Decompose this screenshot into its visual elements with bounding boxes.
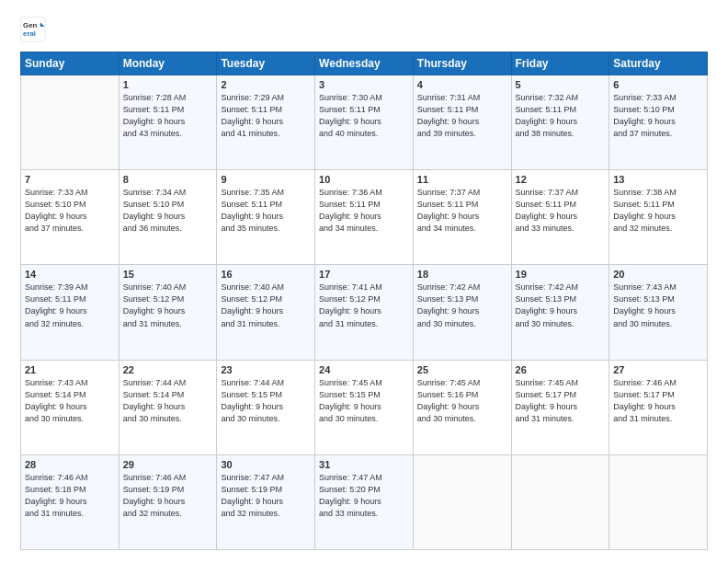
day-info: Sunrise: 7:45 AMSunset: 5:15 PMDaylight:… bbox=[319, 377, 409, 425]
calendar-cell: 17Sunrise: 7:41 AMSunset: 5:12 PMDayligh… bbox=[315, 265, 414, 360]
day-info: Sunrise: 7:33 AMSunset: 5:10 PMDaylight:… bbox=[25, 187, 115, 235]
calendar-week-4: 21Sunrise: 7:43 AMSunset: 5:14 PMDayligh… bbox=[21, 360, 708, 454]
calendar-cell: 15Sunrise: 7:40 AMSunset: 5:12 PMDayligh… bbox=[119, 265, 217, 360]
calendar-cell: 12Sunrise: 7:37 AMSunset: 5:11 PMDayligh… bbox=[511, 170, 609, 265]
day-number: 15 bbox=[123, 269, 213, 280]
calendar-cell: 20Sunrise: 7:43 AMSunset: 5:13 PMDayligh… bbox=[609, 265, 708, 360]
day-info: Sunrise: 7:33 AMSunset: 5:10 PMDaylight:… bbox=[613, 92, 703, 140]
calendar-cell: 6Sunrise: 7:33 AMSunset: 5:10 PMDaylight… bbox=[609, 75, 708, 170]
day-number: 17 bbox=[319, 269, 409, 280]
day-number: 27 bbox=[613, 364, 703, 375]
calendar-cell: 30Sunrise: 7:47 AMSunset: 5:19 PMDayligh… bbox=[217, 454, 315, 549]
day-info: Sunrise: 7:28 AMSunset: 5:11 PMDaylight:… bbox=[123, 92, 213, 140]
calendar-header-thursday: Thursday bbox=[413, 52, 511, 75]
day-info: Sunrise: 7:46 AMSunset: 5:19 PMDaylight:… bbox=[123, 472, 213, 520]
calendar-cell: 11Sunrise: 7:37 AMSunset: 5:11 PMDayligh… bbox=[413, 170, 511, 265]
day-info: Sunrise: 7:42 AMSunset: 5:13 PMDaylight:… bbox=[417, 282, 507, 329]
day-number: 21 bbox=[25, 364, 115, 375]
calendar-cell: 3Sunrise: 7:30 AMSunset: 5:11 PMDaylight… bbox=[315, 75, 414, 170]
day-info: Sunrise: 7:40 AMSunset: 5:12 PMDaylight:… bbox=[221, 282, 311, 329]
logo: Gen eral bbox=[20, 17, 50, 42]
calendar-cell: 8Sunrise: 7:34 AMSunset: 5:10 PMDaylight… bbox=[119, 170, 217, 265]
page: Gen eral SundayMondayTuesdayWednesdayThu… bbox=[0, 0, 728, 563]
day-info: Sunrise: 7:44 AMSunset: 5:14 PMDaylight:… bbox=[123, 377, 213, 425]
day-number: 19 bbox=[516, 269, 606, 280]
day-info: Sunrise: 7:43 AMSunset: 5:13 PMDaylight:… bbox=[613, 282, 703, 329]
day-info: Sunrise: 7:34 AMSunset: 5:10 PMDaylight:… bbox=[123, 187, 213, 235]
calendar-cell: 29Sunrise: 7:46 AMSunset: 5:19 PMDayligh… bbox=[119, 454, 217, 549]
calendar-cell: 31Sunrise: 7:47 AMSunset: 5:20 PMDayligh… bbox=[315, 454, 414, 549]
calendar-cell: 14Sunrise: 7:39 AMSunset: 5:11 PMDayligh… bbox=[21, 265, 119, 360]
day-info: Sunrise: 7:35 AMSunset: 5:11 PMDaylight:… bbox=[221, 187, 311, 235]
day-number: 30 bbox=[221, 459, 311, 470]
day-info: Sunrise: 7:45 AMSunset: 5:16 PMDaylight:… bbox=[417, 377, 507, 425]
day-number: 22 bbox=[123, 364, 213, 375]
day-info: Sunrise: 7:46 AMSunset: 5:17 PMDaylight:… bbox=[613, 377, 703, 425]
calendar-cell bbox=[609, 454, 708, 549]
calendar-cell: 25Sunrise: 7:45 AMSunset: 5:16 PMDayligh… bbox=[413, 360, 511, 454]
calendar-cell: 24Sunrise: 7:45 AMSunset: 5:15 PMDayligh… bbox=[315, 360, 414, 454]
day-number: 1 bbox=[123, 79, 213, 90]
day-number: 5 bbox=[516, 79, 606, 90]
day-number: 2 bbox=[221, 79, 311, 90]
day-number: 20 bbox=[613, 269, 703, 280]
svg-text:Gen: Gen bbox=[23, 21, 37, 29]
calendar-week-2: 7Sunrise: 7:33 AMSunset: 5:10 PMDaylight… bbox=[21, 170, 708, 265]
calendar-week-3: 14Sunrise: 7:39 AMSunset: 5:11 PMDayligh… bbox=[21, 265, 708, 360]
day-info: Sunrise: 7:37 AMSunset: 5:11 PMDaylight:… bbox=[516, 187, 606, 235]
calendar-header-saturday: Saturday bbox=[609, 52, 708, 75]
day-info: Sunrise: 7:47 AMSunset: 5:20 PMDaylight:… bbox=[319, 472, 409, 520]
day-number: 26 bbox=[516, 364, 606, 375]
calendar-cell: 16Sunrise: 7:40 AMSunset: 5:12 PMDayligh… bbox=[217, 265, 315, 360]
day-number: 4 bbox=[417, 79, 507, 90]
day-info: Sunrise: 7:36 AMSunset: 5:11 PMDaylight:… bbox=[319, 187, 409, 235]
calendar-cell: 21Sunrise: 7:43 AMSunset: 5:14 PMDayligh… bbox=[21, 360, 119, 454]
day-number: 13 bbox=[613, 174, 703, 185]
day-info: Sunrise: 7:31 AMSunset: 5:11 PMDaylight:… bbox=[417, 92, 507, 140]
svg-text:eral: eral bbox=[23, 29, 36, 38]
day-info: Sunrise: 7:29 AMSunset: 5:11 PMDaylight:… bbox=[221, 92, 311, 140]
day-info: Sunrise: 7:37 AMSunset: 5:11 PMDaylight:… bbox=[417, 187, 507, 235]
day-number: 28 bbox=[25, 459, 115, 470]
calendar-header-wednesday: Wednesday bbox=[315, 52, 414, 75]
day-number: 16 bbox=[221, 269, 311, 280]
day-info: Sunrise: 7:39 AMSunset: 5:11 PMDaylight:… bbox=[25, 282, 115, 329]
calendar-cell: 26Sunrise: 7:45 AMSunset: 5:17 PMDayligh… bbox=[511, 360, 609, 454]
day-info: Sunrise: 7:45 AMSunset: 5:17 PMDaylight:… bbox=[516, 377, 606, 425]
day-info: Sunrise: 7:46 AMSunset: 5:18 PMDaylight:… bbox=[25, 472, 115, 520]
day-info: Sunrise: 7:40 AMSunset: 5:12 PMDaylight:… bbox=[123, 282, 213, 329]
day-number: 7 bbox=[25, 174, 115, 185]
calendar-cell: 13Sunrise: 7:38 AMSunset: 5:11 PMDayligh… bbox=[609, 170, 708, 265]
calendar-cell: 2Sunrise: 7:29 AMSunset: 5:11 PMDaylight… bbox=[217, 75, 315, 170]
calendar-header-friday: Friday bbox=[511, 52, 609, 75]
calendar-cell: 27Sunrise: 7:46 AMSunset: 5:17 PMDayligh… bbox=[609, 360, 708, 454]
day-number: 14 bbox=[25, 269, 115, 280]
day-number: 6 bbox=[613, 79, 703, 90]
header: Gen eral bbox=[20, 17, 708, 42]
calendar-header-row: SundayMondayTuesdayWednesdayThursdayFrid… bbox=[21, 52, 708, 75]
calendar-cell bbox=[413, 454, 511, 549]
day-number: 31 bbox=[319, 459, 409, 470]
calendar-cell: 10Sunrise: 7:36 AMSunset: 5:11 PMDayligh… bbox=[315, 170, 414, 265]
calendar-cell bbox=[511, 454, 609, 549]
day-info: Sunrise: 7:30 AMSunset: 5:11 PMDaylight:… bbox=[319, 92, 409, 140]
day-number: 11 bbox=[417, 174, 507, 185]
day-info: Sunrise: 7:42 AMSunset: 5:13 PMDaylight:… bbox=[516, 282, 606, 329]
calendar-cell: 9Sunrise: 7:35 AMSunset: 5:11 PMDaylight… bbox=[217, 170, 315, 265]
day-number: 23 bbox=[221, 364, 311, 375]
calendar-cell: 19Sunrise: 7:42 AMSunset: 5:13 PMDayligh… bbox=[511, 265, 609, 360]
calendar-cell: 7Sunrise: 7:33 AMSunset: 5:10 PMDaylight… bbox=[21, 170, 119, 265]
day-number: 29 bbox=[123, 459, 213, 470]
calendar-week-5: 28Sunrise: 7:46 AMSunset: 5:18 PMDayligh… bbox=[21, 454, 708, 549]
day-info: Sunrise: 7:32 AMSunset: 5:11 PMDaylight:… bbox=[516, 92, 606, 140]
calendar-cell: 23Sunrise: 7:44 AMSunset: 5:15 PMDayligh… bbox=[217, 360, 315, 454]
day-number: 3 bbox=[319, 79, 409, 90]
day-info: Sunrise: 7:44 AMSunset: 5:15 PMDaylight:… bbox=[221, 377, 311, 425]
day-info: Sunrise: 7:47 AMSunset: 5:19 PMDaylight:… bbox=[221, 472, 311, 520]
calendar-cell: 4Sunrise: 7:31 AMSunset: 5:11 PMDaylight… bbox=[413, 75, 511, 170]
day-number: 10 bbox=[319, 174, 409, 185]
calendar-header-monday: Monday bbox=[119, 52, 217, 75]
day-number: 25 bbox=[417, 364, 507, 375]
day-info: Sunrise: 7:41 AMSunset: 5:12 PMDaylight:… bbox=[319, 282, 409, 329]
calendar-cell: 5Sunrise: 7:32 AMSunset: 5:11 PMDaylight… bbox=[511, 75, 609, 170]
